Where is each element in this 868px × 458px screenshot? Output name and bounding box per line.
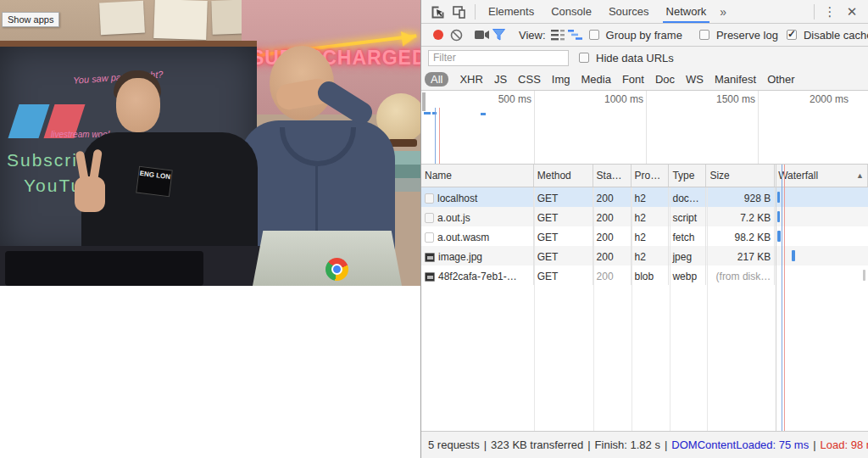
request-status: 200 <box>593 226 632 246</box>
type-filter-img[interactable]: Img <box>552 73 570 86</box>
group-by-frame-checkbox[interactable] <box>589 30 599 40</box>
disable-cache-label[interactable]: Disable cache <box>804 29 868 42</box>
devtools-tab-bar: Elements Console Sources Network » ⋮ ✕ <box>421 0 868 24</box>
request-protocol: h2 <box>632 246 670 265</box>
timeline-tick-label: 500 ms <box>472 93 531 105</box>
neon-arrow-head <box>401 30 416 47</box>
devtools-menu-icon[interactable]: ⋮ <box>821 3 839 20</box>
request-status: 200 <box>593 187 632 207</box>
transferred-size: 323 KB transferred <box>491 438 583 451</box>
tab-console[interactable]: Console <box>542 0 600 23</box>
request-type-filters: All XHR JS CSS Img Media Font Doc WS Man… <box>421 69 868 91</box>
more-tabs-icon[interactable]: » <box>715 5 732 19</box>
type-filter-doc[interactable]: Doc <box>655 73 675 86</box>
column-header-name[interactable]: Name <box>421 165 534 187</box>
network-summary-bar: 5 requests | 323 KB transferred | Finish… <box>421 431 868 458</box>
network-overview-timeline[interactable]: 500 ms 1000 ms 1500 ms 2000 ms <box>421 91 868 165</box>
timeline-gridline <box>646 91 647 164</box>
close-icon[interactable]: ✕ <box>843 3 861 20</box>
clear-icon[interactable] <box>450 26 463 43</box>
timeline-gridline <box>534 91 535 164</box>
sort-ascending-icon[interactable]: ▲ <box>856 171 864 180</box>
divider <box>814 4 815 20</box>
hoodie-patch: ENG LON <box>136 166 173 198</box>
chrome-logo-center <box>331 264 342 275</box>
overview-request-dash <box>424 112 431 114</box>
type-filter-font[interactable]: Font <box>622 73 644 86</box>
column-header-protocol[interactable]: Pro… <box>632 165 670 187</box>
hide-data-urls-checkbox[interactable] <box>579 53 589 63</box>
column-header-status[interactable]: Sta… <box>593 165 632 187</box>
tab-elements[interactable]: Elements <box>480 0 542 23</box>
device-toolbar-icon[interactable] <box>450 3 469 20</box>
overview-handle[interactable] <box>422 92 426 111</box>
request-name: localhost <box>437 193 477 204</box>
type-filter-css[interactable]: CSS <box>518 73 541 86</box>
view-label: View: <box>519 29 546 42</box>
column-header-waterfall[interactable]: Waterfall ▲ <box>775 165 868 187</box>
tab-network[interactable]: Network <box>658 0 715 23</box>
column-header-size[interactable]: Size <box>706 165 775 187</box>
table-row[interactable]: 48f2cafa-7eb1-… GET 200 blob webp (from … <box>421 265 868 285</box>
waterfall-bar <box>777 192 780 203</box>
video-scene-photo: SUPERCHARGED You saw part 1, right? live… <box>0 0 420 286</box>
waterfall-bar <box>777 211 780 222</box>
show-overview-icon[interactable] <box>568 26 582 43</box>
request-size: 7.2 KB <box>706 207 775 226</box>
type-filter-ws[interactable]: WS <box>686 73 704 86</box>
document-icon <box>425 232 434 243</box>
request-method: GET <box>534 265 593 285</box>
waterfall-bar <box>792 250 795 261</box>
request-type: doc… <box>669 187 706 207</box>
request-size: 98.2 KB <box>706 226 775 246</box>
request-type: jpeg <box>669 246 706 265</box>
request-size: 217 KB <box>706 246 775 265</box>
preserve-log-checkbox[interactable] <box>699 30 709 40</box>
request-type: script <box>669 207 706 226</box>
filter-input[interactable] <box>428 50 569 66</box>
timeline-gridline <box>758 91 759 164</box>
tab-sources[interactable]: Sources <box>600 0 658 23</box>
request-protocol: h2 <box>632 187 670 207</box>
type-filter-all[interactable]: All <box>425 72 448 87</box>
request-name: image.jpg <box>438 251 482 263</box>
column-header-type[interactable]: Type <box>669 165 706 187</box>
table-row[interactable]: image.jpg GET 200 h2 jpeg 217 KB <box>421 246 868 265</box>
table-row[interactable]: a.out.wasm GET 200 h2 fetch 98.2 KB <box>421 226 868 246</box>
type-filter-other[interactable]: Other <box>767 73 795 86</box>
separator: | <box>813 438 815 451</box>
preserve-log-label[interactable]: Preserve log <box>716 29 778 42</box>
request-protocol: blob <box>632 265 670 285</box>
table-row[interactable]: a.out.js GET 200 h2 script 7.2 KB <box>421 207 868 226</box>
devtools-panel: Elements Console Sources Network » ⋮ ✕ <box>420 0 868 458</box>
peace-sign-palm <box>75 176 105 212</box>
request-type: webp <box>669 265 706 285</box>
hide-data-urls-label[interactable]: Hide data URLs <box>596 52 674 64</box>
request-name: a.out.js <box>437 212 470 224</box>
document-icon <box>425 213 434 223</box>
chrome-logo-sticker <box>326 258 348 281</box>
overview-request-dash <box>481 113 486 115</box>
type-filter-manifest[interactable]: Manifest <box>715 73 756 86</box>
request-size: 928 B <box>706 187 775 207</box>
separator: | <box>665 438 667 451</box>
large-request-rows-icon[interactable] <box>551 26 565 43</box>
disable-cache-checkbox[interactable] <box>787 30 797 40</box>
timeline-tick-label: 1500 ms <box>696 93 755 105</box>
type-filter-js[interactable]: JS <box>494 73 507 86</box>
group-by-frame-label[interactable]: Group by frame <box>606 29 682 42</box>
record-button[interactable] <box>433 30 443 40</box>
request-name: 48f2cafa-7eb1-… <box>438 271 517 282</box>
type-filter-xhr[interactable]: XHR <box>459 73 482 86</box>
waterfall-bar <box>863 270 865 281</box>
filter-icon[interactable] <box>492 26 505 43</box>
column-header-method[interactable]: Method <box>534 165 593 187</box>
pinned-paper <box>153 0 208 40</box>
type-filter-media[interactable]: Media <box>581 73 610 86</box>
capture-screenshots-icon[interactable] <box>475 26 489 43</box>
table-row[interactable]: localhost GET 200 h2 doc… 928 B <box>421 187 868 207</box>
dom-content-loaded-line <box>435 108 436 164</box>
timeline-tick-label: 2000 ms <box>810 93 868 105</box>
inspect-element-icon[interactable] <box>428 3 447 20</box>
network-toolbar: View: Group by frame Preserve log Disabl… <box>421 24 868 47</box>
